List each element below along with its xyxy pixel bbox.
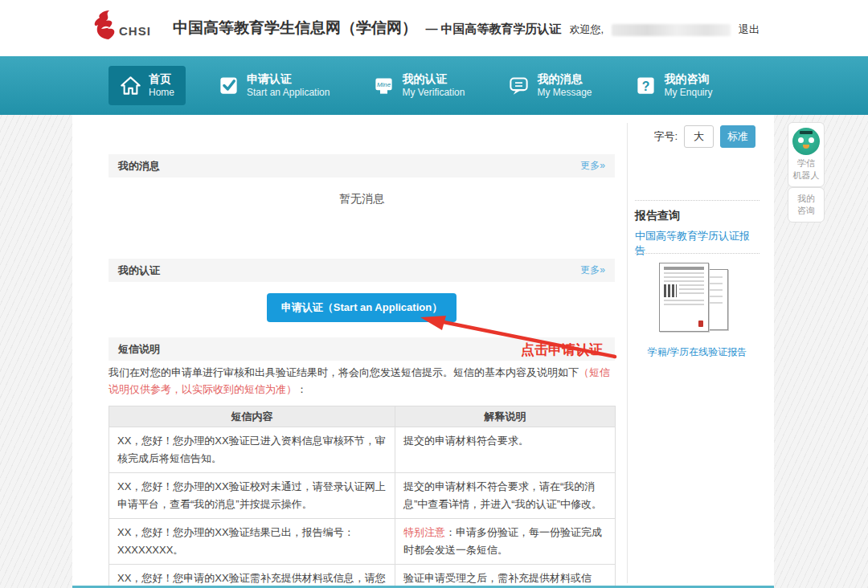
online-verification-report-link[interactable]: 学籍/学历在线验证报告: [635, 345, 760, 359]
mine-folder-icon: Mine: [373, 75, 395, 96]
welcome-text: 欢迎您,: [569, 22, 604, 37]
page-root: CHSI 中国高等教育学生信息网（学信网） — 中国高等教育学历认证 欢迎您, …: [0, 0, 868, 588]
sms-explain-cell: 提交的申请材料符合要求。: [395, 427, 616, 473]
sms-content-cell: XX，您好！您办理的XX验证校对未通过，请登录认证网上申请平台，查看“我的消息”…: [109, 473, 395, 519]
chsi-logo-text: CHSI: [119, 24, 151, 38]
nav-home-label-zh: 首页: [149, 72, 174, 87]
my-enquiry-widget[interactable]: 我的 咨询: [788, 187, 825, 223]
report-doc-front: [659, 263, 709, 332]
chsi-bird-icon: [90, 10, 117, 42]
sms-explanation-table: 短信内容 解释说明 XX，您好！您办理的XX验证已进入资料信息审核环节，审核完成…: [108, 406, 616, 588]
main-nav: 首页 Home 申请认证 Start an Application Mine 我…: [0, 56, 868, 115]
report-query-title: 报告查询: [635, 209, 680, 223]
message-bubble-icon: [508, 75, 530, 96]
svg-text:?: ?: [642, 80, 650, 93]
sms-content-cell: XX，您好！您办理的XX验证结果已出，报告编号：XXXXXXXX。: [109, 519, 395, 565]
nav-message-label-zh: 我的消息: [537, 72, 592, 87]
chsi-robot-widget[interactable]: 学信 机器人: [788, 122, 825, 187]
nav-item-start-application[interactable]: 申请认证 Start an Application: [207, 66, 341, 105]
font-size-controls: 字号: 大 标准: [653, 125, 755, 148]
robot-label-line2: 机器人: [790, 169, 822, 182]
apply-check-icon: [218, 75, 240, 96]
table-header-row: 短信内容 解释说明: [109, 406, 616, 427]
table-row: XX，您好！您办理的XX验证结果已出，报告编号：XXXXXXXX。 特别注意：申…: [109, 519, 616, 565]
special-notice-text: 特别注意: [403, 526, 445, 538]
my-verification-section-header: 我的认证 更多»: [108, 259, 615, 282]
nav-home-label-en: Home: [149, 87, 174, 99]
table-row: XX，您好！您办理的XX验证校对未通过，请登录认证网上申请平台，查看“我的消息”…: [109, 473, 616, 519]
my-messages-section-header: 我的消息 更多»: [108, 154, 615, 178]
nav-message-label-en: My Message: [537, 87, 592, 99]
sms-content-cell: XX，您好！您申请的XX验证需补充提供材料或信息，请您尽快登录网上申请系统，在“…: [109, 565, 395, 588]
question-icon: ?: [635, 75, 657, 96]
site-title-sub: — 中国高等教育学历认证: [425, 22, 561, 35]
my-messages-title: 我的消息: [118, 159, 160, 174]
sms-intro-tail: ：: [297, 383, 307, 395]
table-header-explain: 解释说明: [395, 406, 616, 427]
nav-verification-label-zh: 我的认证: [402, 72, 465, 87]
nav-item-my-verification[interactable]: Mine 我的认证 My Verification: [362, 66, 476, 105]
nav-enquiry-label-zh: 我的咨询: [664, 72, 712, 87]
nav-item-home[interactable]: 首页 Home: [108, 66, 186, 105]
redacted-username: [612, 24, 731, 36]
verification-report-image[interactable]: [656, 263, 739, 343]
dotted-separator: [635, 253, 760, 254]
table-header-content: 短信内容: [109, 406, 395, 427]
nav-enquiry-label-en: My Enquiry: [664, 87, 712, 99]
robot-label-line1: 学信: [790, 157, 822, 169]
chsi-logo[interactable]: CHSI: [90, 10, 151, 42]
font-size-large-button[interactable]: 大: [684, 125, 714, 148]
dotted-separator: [635, 200, 760, 201]
sms-explain-cell: 特别注意：申请多份验证，每一份验证完成时都会发送一条短信。: [395, 519, 616, 565]
nav-item-my-enquiry[interactable]: ? 我的咨询 My Enquiry: [624, 66, 723, 105]
site-title: 中国高等教育学生信息网（学信网） — 中国高等教育学历认证: [173, 18, 562, 39]
font-size-label: 字号:: [653, 129, 678, 144]
sms-section-title: 短信说明: [118, 342, 160, 357]
nav-verification-label-en: My Verification: [402, 87, 465, 99]
red-seal-icon: [698, 321, 703, 327]
my-verification-title: 我的认证: [118, 263, 160, 278]
robot-avatar-icon: [792, 128, 820, 155]
sms-intro-black: 我们在对您的申请单进行审核和出具验证结果时，将会向您发送短信提示。短信的基本内容…: [108, 366, 579, 378]
table-row: XX，您好！您办理的XX验证已进入资料信息审核环节，审核完成后将短信告知。 提交…: [109, 427, 616, 473]
nav-apply-label-zh: 申请认证: [247, 72, 330, 87]
font-size-standard-button[interactable]: 标准: [720, 125, 755, 148]
start-application-button[interactable]: 申请认证（Start an Application）: [267, 293, 457, 322]
click-apply-annotation: 点击申请认证: [521, 341, 603, 359]
my-verification-more-link[interactable]: 更多»: [580, 263, 605, 277]
sms-content-cell: XX，您好！您办理的XX验证已进入资料信息审核环节，审核完成后将短信告知。: [109, 427, 395, 473]
sms-explain-cell: 提交的申请材料不符合要求，请在“我的消息”中查看详情，并进入“我的认证”中修改。: [395, 473, 616, 519]
apply-button-row: 申请认证（Start an Application）: [108, 293, 615, 322]
no-messages-text: 暂无消息: [108, 192, 615, 206]
qr-code-icon: [664, 284, 677, 297]
content-panel: 字号: 大 标准 我的消息 更多» 暂无消息 我的认证 更多» 申请认证（Sta…: [72, 115, 774, 588]
logout-link[interactable]: 退出: [739, 22, 760, 37]
home-icon: [120, 75, 141, 96]
nav-item-my-message[interactable]: 我的消息 My Message: [497, 66, 603, 105]
nav-apply-label-en: Start an Application: [247, 87, 330, 99]
sidebar-divider: [627, 123, 628, 583]
enquiry-label-line1: 我的: [790, 193, 822, 205]
svg-text:Mine: Mine: [377, 81, 391, 88]
sms-intro-paragraph: 我们在对您的申请单进行审核和出具验证结果时，将会向您发送短信提示。短信的基本内容…: [108, 364, 615, 398]
header-user-area: 欢迎您, 退出: [569, 22, 760, 37]
top-header: CHSI 中国高等教育学生信息网（学信网） — 中国高等教育学历认证 欢迎您, …: [0, 0, 868, 56]
table-row: XX，您好！您申请的XX验证需补充提供材料或信息，请您尽快登录网上申请系统，在“…: [109, 565, 616, 588]
sms-explain-cell: 验证申请受理之后，需补充提供材料或信息。: [395, 565, 616, 588]
enquiry-label-line2: 咨询: [790, 205, 822, 217]
site-title-main: 中国高等教育学生信息网（学信网）: [173, 19, 417, 36]
my-messages-more-link[interactable]: 更多»: [580, 159, 605, 173]
